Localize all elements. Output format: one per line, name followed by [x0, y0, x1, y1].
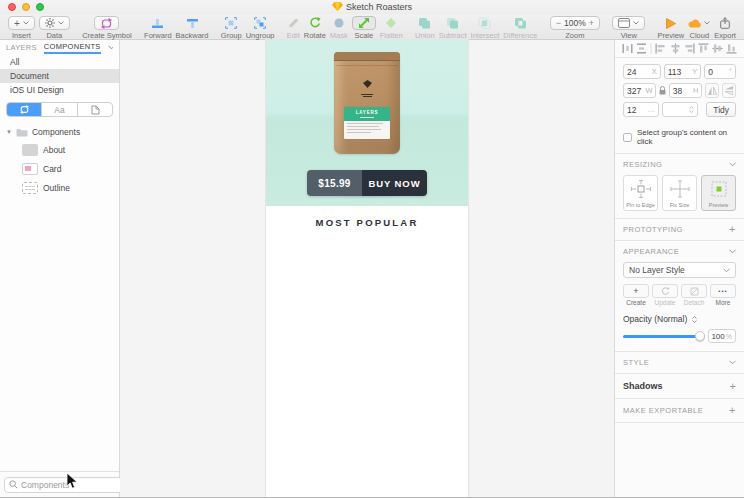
align-left-icon[interactable] [655, 43, 666, 54]
toolbar-mask: Mask [330, 16, 348, 40]
tab-layers[interactable]: LAYERS [6, 43, 37, 52]
titlebar: Sketch Roasters [0, 0, 744, 14]
toolbar-data[interactable]: Data [39, 16, 70, 40]
add-export-icon[interactable]: + [729, 407, 736, 414]
segment-symbols[interactable] [7, 103, 42, 116]
coffee-bag-image[interactable]: LAYERS [334, 52, 400, 154]
toolbar-group[interactable]: Group [221, 16, 242, 40]
y-field[interactable]: Y [664, 64, 702, 79]
component-item-card[interactable]: Card [22, 163, 113, 175]
zoom-in-button[interactable]: + [589, 18, 594, 28]
toolbar-insert[interactable]: + Insert [8, 16, 35, 40]
search-input[interactable] [21, 480, 132, 490]
x-field[interactable]: X [623, 64, 661, 79]
logo-text-line [363, 96, 372, 97]
slider-thumb[interactable] [695, 331, 705, 341]
resizing-header[interactable]: RESIZING [615, 154, 744, 175]
component-item-about[interactable]: About [22, 144, 113, 156]
chevron-down-icon[interactable] [108, 45, 113, 50]
canvas[interactable]: LAYERS $15.99 BUY NOW [120, 40, 614, 497]
align-center-horizontal-icon[interactable] [670, 43, 681, 54]
zoom-level: 100% [564, 18, 586, 28]
more-styles-button[interactable]: ••• [710, 284, 736, 298]
align-right-icon[interactable] [684, 43, 695, 54]
most-popular-heading[interactable]: MOST POPULAR [266, 217, 468, 228]
tree-group-components[interactable]: ▼ Components [6, 127, 113, 137]
align-top-icon[interactable] [698, 43, 709, 54]
resize-pin-to-edge[interactable]: Pin to Edge [623, 175, 658, 211]
symbol-icon [100, 18, 113, 29]
filter-all[interactable]: All [0, 55, 119, 69]
toolbar-rotate[interactable]: Rotate [304, 16, 326, 40]
price-buy-button[interactable]: $15.99 BUY NOW [307, 170, 427, 196]
prototyping-header[interactable]: PROTOTYPING + [615, 219, 744, 241]
plus-icon: + [14, 18, 20, 29]
create-style-button[interactable]: + [623, 284, 649, 298]
empty-stepper-field[interactable] [662, 102, 698, 117]
style-header[interactable]: STYLE [615, 352, 744, 374]
difference-icon [514, 17, 527, 29]
hero-section[interactable]: LAYERS $15.99 BUY NOW [266, 40, 468, 206]
opacity-value-field[interactable]: 100 % [708, 329, 736, 343]
add-icon[interactable]: + [729, 226, 736, 233]
artboard[interactable]: LAYERS $15.99 BUY NOW [266, 40, 468, 497]
divider [650, 43, 652, 54]
flip-vertical-button[interactable] [722, 83, 736, 98]
checkbox[interactable] [623, 133, 632, 142]
chevron-down-icon [704, 21, 710, 25]
toolbar-forward[interactable]: Forward [144, 16, 172, 40]
opacity-slider[interactable] [623, 335, 703, 338]
bag-label-fineprint [344, 121, 390, 139]
segment-layer-styles[interactable] [78, 103, 112, 116]
components-search-field[interactable] [4, 477, 137, 493]
roaster-logo-icon [363, 80, 372, 88]
toolbar-scale[interactable]: Scale [352, 16, 376, 40]
rotation-field[interactable]: ° [704, 64, 736, 79]
corner-radius-field[interactable]: … [623, 102, 659, 117]
toolbar-export[interactable]: Export [714, 16, 736, 40]
resize-fix-size[interactable]: Fix Size [662, 175, 697, 211]
toolbar-preview[interactable]: Preview [658, 16, 685, 40]
bag-label-title: LAYERS [356, 111, 379, 116]
component-item-outline[interactable]: Outline [22, 182, 113, 194]
tab-components[interactable]: COMPONENTS [44, 42, 101, 54]
align-bottom-icon[interactable] [726, 43, 737, 54]
segment-text-styles[interactable]: Aa [42, 103, 77, 116]
disclosure-triangle-icon[interactable]: ▼ [6, 129, 12, 135]
appearance-header[interactable]: APPEARANCE [615, 241, 744, 262]
filter-document[interactable]: Document [0, 69, 119, 83]
tidy-button[interactable]: Tidy [706, 102, 736, 117]
zoom-out-button[interactable]: − [556, 18, 561, 28]
chevron-down-icon [633, 21, 639, 25]
pin-to-edge-icon [631, 180, 651, 198]
subtract-icon [446, 17, 459, 29]
width-field[interactable]: W [623, 83, 656, 98]
flip-horizontal-button[interactable] [705, 83, 719, 98]
blend-mode-stepper[interactable] [692, 316, 697, 323]
toolbar-view[interactable]: View [612, 16, 645, 40]
align-middle-vertical-icon[interactable] [712, 43, 723, 54]
layer-style-dropdown[interactable]: No Layer Style [623, 262, 736, 278]
rotate-icon [309, 17, 321, 29]
toolbar-create-symbol[interactable]: Create Symbol [82, 16, 132, 40]
distribute-vertically-icon[interactable] [636, 43, 647, 54]
move-backward-icon [186, 18, 199, 29]
opacity-control: 100 % [615, 327, 744, 352]
stepper-icon[interactable] [689, 106, 694, 113]
toolbar-backward[interactable]: Backward [176, 16, 209, 40]
toolbar-cloud[interactable]: Cloud [688, 16, 710, 40]
distribute-horizontally-icon[interactable] [622, 43, 633, 54]
make-exportable-section[interactable]: MAKE EXPORTABLE + [615, 399, 744, 423]
add-shadow-icon[interactable]: + [730, 383, 736, 390]
shadows-section[interactable]: Shadows + [615, 374, 744, 399]
filter-ios-ui-design[interactable]: iOS UI Design [0, 83, 119, 97]
toolbar-union: Union [415, 16, 435, 40]
height-field[interactable]: H [669, 83, 702, 98]
toolbar-ungroup[interactable]: Ungroup [246, 16, 275, 40]
resize-preview[interactable]: Preview [701, 175, 736, 211]
search-icon [9, 480, 18, 489]
lock-ratio-icon[interactable] [659, 86, 665, 95]
update-style-button [652, 284, 678, 298]
layer-style-icon [90, 105, 100, 115]
buy-now-segment[interactable]: BUY NOW [362, 170, 427, 196]
